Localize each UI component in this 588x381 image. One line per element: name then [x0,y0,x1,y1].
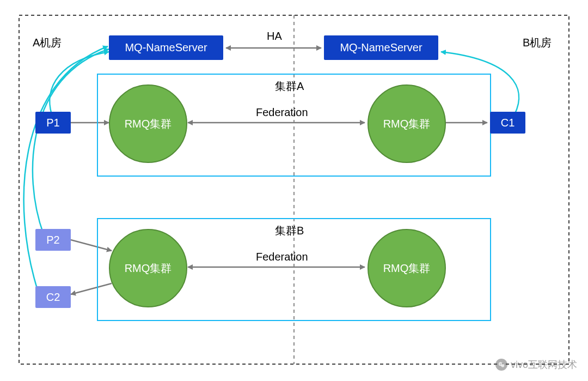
cluster-b-node-right: RMQ集群 [367,229,446,307]
datacenter-b-label: B机房 [523,35,552,50]
cluster-a-title: 集群A [275,79,304,94]
watermark: vivo互联网技术 [495,358,577,371]
cluster-a-node-left: RMQ集群 [109,84,187,163]
cluster-a-link-label: Federation [256,106,308,119]
nameserver-right: MQ-NameServer [324,35,438,60]
watermark-text: vivo互联网技术 [511,358,577,371]
cluster-b-title: 集群B [275,223,304,238]
client-c2: C2 [35,286,71,308]
client-p2: P2 [35,229,71,251]
client-p1: P1 [35,112,71,134]
cluster-b-link-label: Federation [256,251,308,263]
svg-point-10 [501,364,504,367]
wechat-icon [495,359,507,371]
cluster-a-node-right: RMQ集群 [367,84,446,163]
nameserver-left: MQ-NameServer [109,35,223,60]
ha-link-label: HA [267,30,282,43]
datacenter-a-label: A机房 [33,35,62,50]
diagram-canvas [0,0,588,381]
client-c1: C1 [490,112,525,134]
cluster-b-node-left: RMQ集群 [109,229,187,307]
